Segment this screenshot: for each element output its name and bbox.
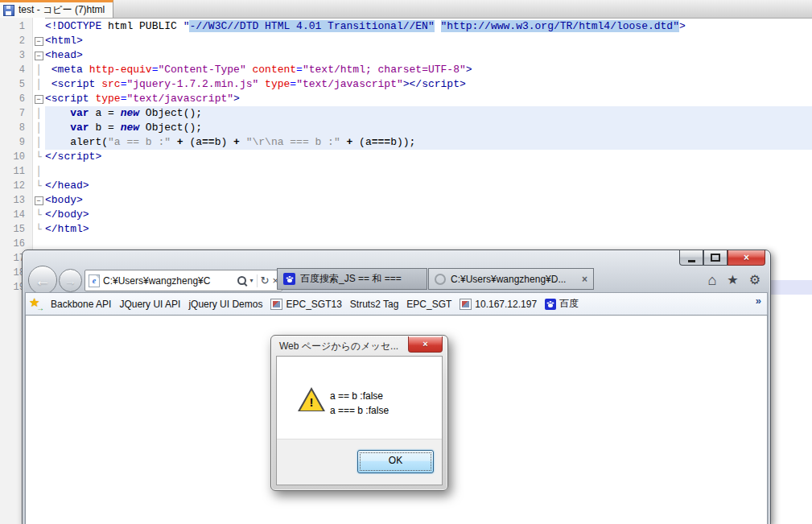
favorite-item[interactable]: eJQuery UI API: [115, 297, 184, 312]
line-number: 4: [0, 63, 32, 77]
fold-marker: │: [32, 121, 45, 135]
minimize-button[interactable]: [679, 250, 703, 266]
code-line[interactable]: 15└</html>: [0, 222, 812, 237]
browser-tab-active[interactable]: C:¥Users¥wangzheng¥D... ×: [428, 268, 594, 290]
favorite-item[interactable]: 10.167.12.197: [455, 297, 541, 312]
code-line[interactable]: 12└</head>: [0, 179, 812, 193]
line-number: 1: [0, 19, 32, 34]
fold-marker: │: [32, 77, 45, 92]
maximize-icon: [711, 254, 720, 262]
close-button[interactable]: ×: [728, 250, 765, 266]
favorite-label: EPC_SGT: [406, 299, 451, 310]
home-icon[interactable]: ⌂: [707, 272, 716, 289]
code-text: <body>: [45, 193, 812, 208]
fold-marker[interactable]: −: [32, 193, 45, 208]
favorite-item[interactable]: 百度: [541, 295, 583, 312]
favorite-items: eBackbone APIeJQuery UI APIejQuery UI De…: [47, 295, 583, 312]
code-line[interactable]: 9│ alert("a == b :" + (a==b) + "\r\na ==…: [0, 135, 812, 150]
divider: [257, 274, 258, 287]
refresh-icon[interactable]: ↻: [261, 274, 270, 287]
fold-marker: └: [32, 179, 45, 193]
line-number: 5: [0, 77, 32, 92]
fold-marker[interactable]: −: [32, 48, 45, 63]
line-number: 15: [0, 222, 32, 237]
editor-tab-bar: test - コピー (7)html: [0, 0, 812, 19]
code-line[interactable]: 4│ <meta http-equiv="Content-Type" conte…: [0, 63, 812, 77]
code-text: var b = new Object();: [45, 121, 812, 135]
fold-toggle-icon[interactable]: −: [35, 52, 43, 60]
fold-marker[interactable]: −: [32, 34, 45, 48]
tab-close-icon[interactable]: ×: [582, 274, 587, 285]
ie-page-icon: e: [89, 274, 100, 287]
favorite-label: JQuery UI API: [119, 299, 180, 310]
code-line[interactable]: 14└</body>: [0, 208, 812, 222]
code-text: <script type="text/javascript">: [45, 92, 812, 106]
paw-glyph: [548, 303, 553, 307]
add-favorite-icon[interactable]: ★ →: [29, 298, 43, 311]
forward-arrow-icon: →: [64, 274, 76, 287]
line-number: 10: [0, 150, 32, 164]
address-bar[interactable]: e C:¥Users¥wangzheng¥C ▾ ↻ ×: [84, 270, 282, 291]
favorite-item[interactable]: EPC_SGT13: [266, 297, 345, 312]
fold-marker: │: [32, 135, 45, 150]
favorite-item[interactable]: eStruts2 Tag: [346, 297, 402, 312]
code-line[interactable]: 11│: [0, 164, 812, 179]
favorite-item[interactable]: eEPC_SGT: [402, 297, 455, 312]
favorites-bar: ★ → eBackbone APIeJQuery UI APIejQuery U…: [25, 292, 768, 316]
code-line[interactable]: 8│ var b = new Object();: [0, 121, 812, 135]
address-url[interactable]: C:¥Users¥wangzheng¥C: [103, 275, 234, 287]
baidu-icon: [545, 299, 556, 310]
forward-button[interactable]: →: [59, 269, 82, 292]
search-icon[interactable]: [237, 276, 246, 285]
message-line: a === b :false: [330, 403, 389, 418]
code-line[interactable]: 6−<script type="text/javascript">: [0, 92, 812, 106]
tab-label: C:¥Users¥wangzheng¥D...: [451, 274, 577, 285]
editor-tab[interactable]: test - コピー (7)html: [0, 0, 113, 18]
dialog-message-area: ! a == b :false a === b :false: [277, 357, 442, 439]
fold-toggle-icon[interactable]: −: [35, 37, 43, 46]
code-line[interactable]: 13−<body>: [0, 193, 812, 208]
favorite-label: 百度: [559, 297, 579, 311]
fold-toggle-icon[interactable]: −: [35, 196, 43, 205]
warning-icon: !: [298, 387, 325, 412]
line-number: 12: [0, 179, 32, 193]
code-line[interactable]: 10└</script>: [0, 150, 812, 164]
line-number: 13: [0, 193, 32, 208]
favorite-label: Backbone API: [51, 299, 111, 310]
fold-marker[interactable]: −: [32, 92, 45, 106]
code-text: </html>: [45, 222, 812, 237]
window-controls: ×: [679, 250, 765, 266]
code-line[interactable]: 3−<head>: [0, 48, 812, 63]
img-icon: [270, 299, 282, 310]
code-line[interactable]: 2−<html>: [0, 34, 812, 48]
favorite-label: EPC_SGT13: [286, 299, 341, 310]
maximize-button[interactable]: [703, 250, 728, 266]
overflow-chevron-icon[interactable]: »: [756, 295, 761, 307]
fold-toggle-icon[interactable]: −: [35, 95, 43, 104]
code-line[interactable]: 5│ <script src="jquery-1.7.2.min.js" typ…: [0, 77, 812, 92]
paw-glyph: [287, 279, 292, 283]
dialog-close-button[interactable]: ×: [408, 336, 443, 353]
loading-icon: [435, 274, 446, 285]
chevron-down-icon[interactable]: ▾: [249, 277, 253, 284]
line-number: 14: [0, 208, 32, 222]
fold-marker: └: [32, 150, 45, 164]
fold-marker: └: [32, 208, 45, 222]
line-number: 7: [0, 106, 32, 121]
code-line[interactable]: 7│ var a = new Object();: [0, 106, 812, 121]
ok-button[interactable]: OK: [357, 450, 434, 473]
favorite-label: jQuery UI Demos: [188, 299, 262, 310]
favorite-item[interactable]: eBackbone API: [47, 297, 115, 312]
fold-marker: [32, 19, 45, 34]
favorites-star-icon[interactable]: ★: [727, 272, 738, 289]
code-text: <meta http-equiv="Content-Type" content=…: [45, 63, 812, 77]
settings-gear-icon[interactable]: ⚙: [749, 272, 760, 289]
code-line[interactable]: 1<!DOCTYPE html PUBLIC "-//W3C//DTD HTML…: [0, 19, 812, 34]
save-icon: [3, 5, 14, 16]
code-text: <head>: [45, 48, 812, 63]
back-button[interactable]: ←: [28, 266, 57, 295]
code-text: </body>: [45, 208, 812, 222]
ie-window[interactable]: × ← → e C:¥Users¥wangzheng¥C ▾ ↻ × 百度搜索_…: [22, 250, 771, 524]
favorite-item[interactable]: ejQuery UI Demos: [184, 297, 266, 312]
browser-tab-baidu[interactable]: 百度搜索_JS == 和 ===: [277, 268, 427, 290]
